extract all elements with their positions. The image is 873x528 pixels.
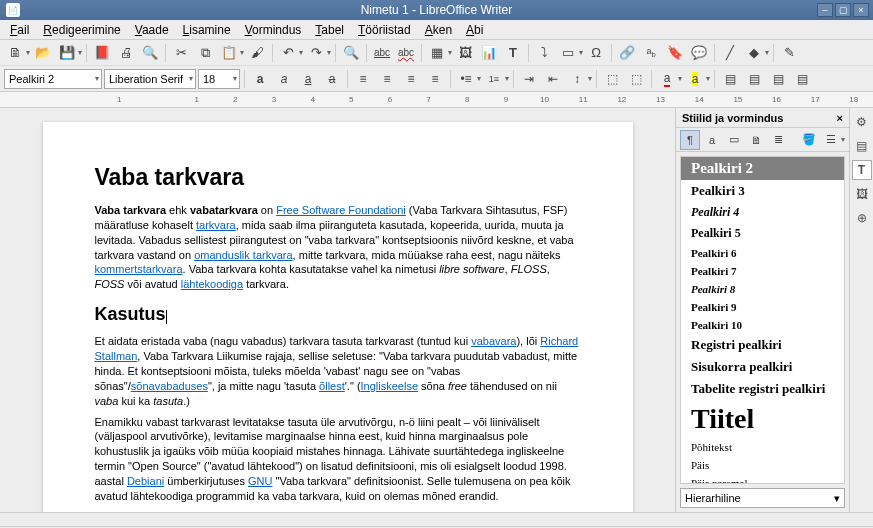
paragraph-styles-button[interactable]: ¶ (680, 130, 700, 150)
style-item[interactable]: Pealkiri 4 (681, 202, 844, 223)
style-item[interactable]: Päis paremal (681, 474, 844, 484)
export-pdf-button[interactable]: 📕 (91, 42, 113, 64)
character-styles-button[interactable]: a (702, 130, 722, 150)
hyperlink-button[interactable]: 🔗 (616, 42, 638, 64)
align-left-button[interactable]: ≡ (352, 69, 374, 89)
para-spacing-inc-button[interactable]: ⬚ (601, 69, 623, 89)
link[interactable]: õllest (319, 380, 345, 392)
link[interactable]: lähtekoodiga (181, 278, 243, 290)
copy-button[interactable]: ⧉ (194, 42, 216, 64)
menu-vaade[interactable]: Vaade (129, 21, 175, 39)
style-item[interactable]: Tiitel (681, 400, 844, 438)
paragraph-style-combo[interactable]: Pealkiri 2▾ (4, 69, 102, 89)
style-item[interactable]: Päis (681, 456, 844, 474)
horizontal-ruler[interactable]: 1123456789101112131415161718 (0, 92, 873, 108)
close-button[interactable]: × (853, 3, 869, 17)
style-item[interactable]: Pealkiri 2 (681, 157, 844, 180)
sidebar-properties-button[interactable]: ⚙ (852, 112, 872, 132)
font-size-combo[interactable]: 18▾ (198, 69, 240, 89)
menu-tabel[interactable]: Tabel (309, 21, 350, 39)
link[interactable]: tarkvara (196, 219, 236, 231)
line-button[interactable]: ╱ (719, 42, 741, 64)
new-style-button[interactable]: ☰ (821, 130, 841, 150)
paste-button[interactable]: 📋 (218, 42, 240, 64)
chevron-down-icon[interactable]: ▾ (95, 74, 99, 83)
comment-button[interactable]: 💬 (688, 42, 710, 64)
style-item[interactable]: Sisukorra pealkiri (681, 356, 844, 378)
styles-filter-combo[interactable]: Hierarhiline ▾ (680, 488, 845, 508)
style-item[interactable]: Registri pealkiri (681, 334, 844, 356)
maximize-button[interactable]: ▢ (835, 3, 851, 17)
page-break-button[interactable]: ⤵ (533, 42, 555, 64)
extra-1-button[interactable]: ▤ (719, 69, 741, 89)
special-char-button[interactable]: Ω (585, 42, 607, 64)
menu-fail[interactable]: Fail (4, 21, 35, 39)
style-item[interactable]: Pealkiri 6 (681, 244, 844, 262)
style-item[interactable]: Tabelite registri pealkiri (681, 378, 844, 400)
style-item[interactable]: Pealkiri 9 (681, 298, 844, 316)
horizontal-scrollbar[interactable] (0, 512, 873, 526)
style-item[interactable]: Pealkiri 7 (681, 262, 844, 280)
redo-button[interactable]: ↷ (305, 42, 327, 64)
link[interactable]: Ingliskeelse (361, 380, 418, 392)
spellcheck-button[interactable]: abc (371, 42, 393, 64)
menu-tööriistad[interactable]: Tööriistad (352, 21, 417, 39)
line-spacing-button[interactable]: ↕ (566, 69, 588, 89)
decrease-indent-button[interactable]: ⇤ (542, 69, 564, 89)
minimize-button[interactable]: – (817, 3, 833, 17)
align-right-button[interactable]: ≡ (400, 69, 422, 89)
footnote-button[interactable]: ab (640, 42, 662, 64)
styles-list[interactable]: Pealkiri 2Pealkiri 3Pealkiri 4Pealkiri 5… (680, 156, 845, 484)
sidebar-page-button[interactable]: ▤ (852, 136, 872, 156)
print-preview-button[interactable]: 🔍 (139, 42, 161, 64)
menu-aken[interactable]: Aken (419, 21, 458, 39)
para-spacing-dec-button[interactable]: ⬚ (625, 69, 647, 89)
link[interactable]: vabavara (471, 335, 516, 347)
strikethrough-button[interactable]: a (321, 69, 343, 89)
menu-lisamine[interactable]: Lisamine (177, 21, 237, 39)
font-name-combo[interactable]: Liberation Serif▾ (104, 69, 196, 89)
draw-button[interactable]: ✎ (778, 42, 800, 64)
link[interactable]: Debiani (127, 475, 164, 487)
link[interactable]: omanduslik tarkvara (194, 249, 292, 261)
save-button[interactable]: 💾 (56, 42, 78, 64)
new-doc-button[interactable]: 🗎 (4, 42, 26, 64)
extra-3-button[interactable]: ▤ (767, 69, 789, 89)
extra-2-button[interactable]: ▤ (743, 69, 765, 89)
frame-styles-button[interactable]: ▭ (724, 130, 744, 150)
undo-button[interactable]: ↶ (277, 42, 299, 64)
increase-indent-button[interactable]: ⇥ (518, 69, 540, 89)
sidebar-navigator-button[interactable]: ⊕ (852, 208, 872, 228)
highlight-button[interactable]: a (684, 69, 706, 89)
align-justify-button[interactable]: ≡ (424, 69, 446, 89)
sidebar-styles-button[interactable]: T (852, 160, 872, 180)
page-styles-button[interactable]: 🗎 (746, 130, 766, 150)
style-item[interactable]: Pealkiri 3 (681, 180, 844, 202)
image-button[interactable]: 🖼 (454, 42, 476, 64)
style-item[interactable]: Pealkiri 5 (681, 223, 844, 244)
underline-button[interactable]: a (297, 69, 319, 89)
link[interactable]: sõnavabaduses (131, 380, 208, 392)
numbering-button[interactable]: 1≡ (483, 69, 505, 89)
autospell-button[interactable]: abc (395, 42, 417, 64)
clone-format-button[interactable]: 🖌 (246, 42, 268, 64)
document-area[interactable]: Vaba tarkvara Vaba tarkvara ehk vabatark… (0, 108, 675, 512)
textbox-button[interactable]: T (502, 42, 524, 64)
italic-button[interactable]: a (273, 69, 295, 89)
chevron-down-icon[interactable]: ▾ (189, 74, 193, 83)
bold-button[interactable]: a (249, 69, 271, 89)
open-button[interactable]: 📂 (32, 42, 54, 64)
menu-abi[interactable]: Abi (460, 21, 489, 39)
style-item[interactable]: Põhitekst (681, 438, 844, 456)
link[interactable]: GNU (248, 475, 272, 487)
extra-4-button[interactable]: ▤ (791, 69, 813, 89)
align-center-button[interactable]: ≡ (376, 69, 398, 89)
table-button[interactable]: ▦ (426, 42, 448, 64)
shapes-button[interactable]: ◆ (743, 42, 765, 64)
font-color-button[interactable]: a (656, 69, 678, 89)
list-styles-button[interactable]: ≣ (768, 130, 788, 150)
close-icon[interactable]: × (837, 112, 843, 124)
bookmark-button[interactable]: 🔖 (664, 42, 686, 64)
chevron-down-icon[interactable]: ▾ (233, 74, 237, 83)
menu-vormindus[interactable]: Vormindus (239, 21, 308, 39)
